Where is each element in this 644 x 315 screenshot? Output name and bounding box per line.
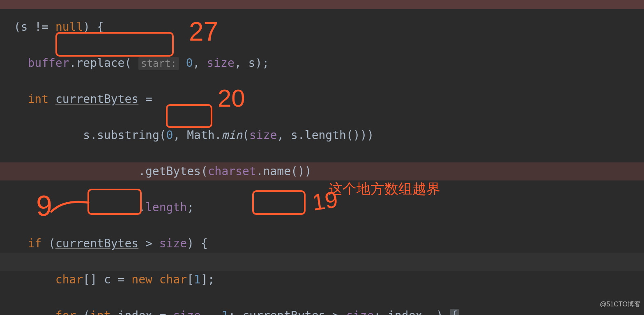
brace-open-highlight: { <box>450 309 459 315</box>
code-line[interactable]: for (int index = size - 1; currentBytes … <box>0 307 644 315</box>
code-editor[interactable]: (s != null) { buffer.replace( start: 0, … <box>0 0 644 315</box>
code-line[interactable]: .getBytes(charset.name()) <box>0 162 644 180</box>
code-line[interactable]: char[] c = new char[1]; <box>0 271 644 289</box>
code-line[interactable]: .length; <box>0 199 644 217</box>
code-line[interactable]: int currentBytes = <box>0 90 644 108</box>
var-s: s <box>21 20 28 34</box>
field-buffer: buffer <box>28 56 69 70</box>
watermark: @51CTO博客 <box>600 295 641 313</box>
code-line[interactable]: (s != null) { <box>0 18 644 36</box>
parameter-hint: start: <box>138 57 179 70</box>
kw-null: null <box>55 20 83 34</box>
code-line[interactable]: s.substring(0, Math.min(size, s.length()… <box>0 126 644 144</box>
code-line[interactable]: if (currentBytes > size) { <box>0 235 644 253</box>
code-line[interactable]: buffer.replace( start: 0, size, s); <box>0 54 644 72</box>
var-currentBytes: currentBytes <box>55 92 138 106</box>
